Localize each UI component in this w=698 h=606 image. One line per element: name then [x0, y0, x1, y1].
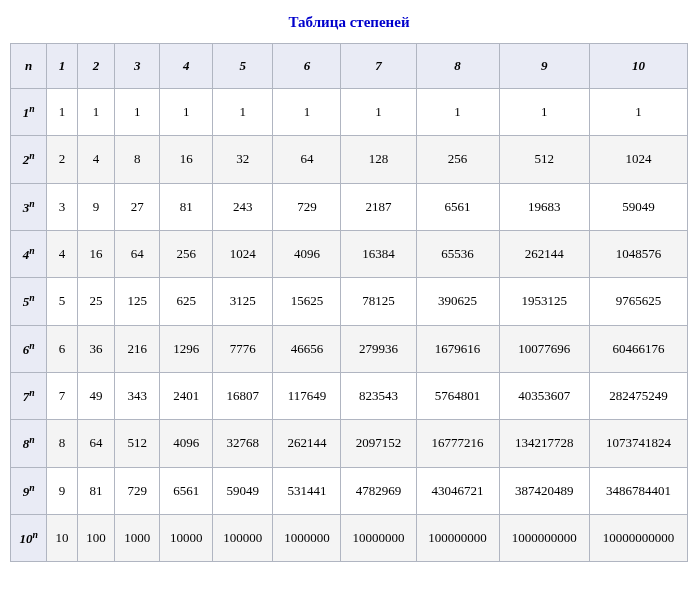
- table-row: 9n98172965615904953144147829694304672138…: [11, 467, 688, 514]
- cell-value: 279936: [341, 325, 416, 372]
- cell-value: 134217728: [499, 420, 589, 467]
- cell-value: 9765625: [589, 278, 687, 325]
- cell-value: 16777216: [416, 420, 499, 467]
- cell-value: 1073741824: [589, 420, 687, 467]
- cell-value: 60466176: [589, 325, 687, 372]
- cell-value: 729: [115, 467, 160, 514]
- cell-value: 3486784401: [589, 467, 687, 514]
- cell-value: 5: [47, 278, 77, 325]
- table-row: 4n41664256102440961638465536262144104857…: [11, 230, 688, 277]
- table-row: 10n1010010001000010000010000001000000010…: [11, 514, 688, 561]
- cell-value: 1: [341, 89, 416, 136]
- row-exponent: n: [29, 482, 34, 493]
- cell-value: 2097152: [341, 420, 416, 467]
- cell-value: 81: [160, 183, 213, 230]
- table-body: 1n11111111112n24816326412825651210243n39…: [11, 89, 688, 562]
- cell-value: 46656: [273, 325, 341, 372]
- cell-value: 16: [77, 230, 115, 277]
- cell-value: 1296: [160, 325, 213, 372]
- cell-value: 3: [47, 183, 77, 230]
- header-col: 7: [341, 44, 416, 89]
- cell-value: 8: [115, 136, 160, 183]
- row-header: 10n: [11, 514, 47, 561]
- cell-value: 78125: [341, 278, 416, 325]
- cell-value: 1048576: [589, 230, 687, 277]
- header-col: 5: [213, 44, 273, 89]
- cell-value: 1679616: [416, 325, 499, 372]
- cell-value: 6: [47, 325, 77, 372]
- row-header: 8n: [11, 420, 47, 467]
- cell-value: 216: [115, 325, 160, 372]
- cell-value: 262144: [273, 420, 341, 467]
- cell-value: 1: [416, 89, 499, 136]
- cell-value: 2401: [160, 372, 213, 419]
- cell-value: 128: [341, 136, 416, 183]
- cell-value: 1: [213, 89, 273, 136]
- row-base: 10: [20, 531, 33, 546]
- header-col: 8: [416, 44, 499, 89]
- cell-value: 100000: [213, 514, 273, 561]
- cell-value: 4: [77, 136, 115, 183]
- cell-value: 729: [273, 183, 341, 230]
- table-row: 7n74934324011680711764982354357648014035…: [11, 372, 688, 419]
- table-row: 6n63621612967776466562799361679616100776…: [11, 325, 688, 372]
- cell-value: 1024: [589, 136, 687, 183]
- header-col: 1: [47, 44, 77, 89]
- cell-value: 59049: [589, 183, 687, 230]
- row-exponent: n: [29, 340, 34, 351]
- row-header: 7n: [11, 372, 47, 419]
- cell-value: 10000: [160, 514, 213, 561]
- cell-value: 117649: [273, 372, 341, 419]
- cell-value: 4096: [273, 230, 341, 277]
- cell-value: 15625: [273, 278, 341, 325]
- cell-value: 531441: [273, 467, 341, 514]
- cell-value: 7776: [213, 325, 273, 372]
- cell-value: 6561: [416, 183, 499, 230]
- cell-value: 625: [160, 278, 213, 325]
- cell-value: 49: [77, 372, 115, 419]
- cell-value: 100: [77, 514, 115, 561]
- cell-value: 65536: [416, 230, 499, 277]
- row-header: 9n: [11, 467, 47, 514]
- table-row: 8n86451240963276826214420971521677721613…: [11, 420, 688, 467]
- row-header: 6n: [11, 325, 47, 372]
- cell-value: 1953125: [499, 278, 589, 325]
- header-exponent: n: [11, 44, 47, 89]
- powers-table: n 1 2 3 4 5 6 7 8 9 10 1n11111111112n248…: [10, 43, 688, 562]
- cell-value: 2187: [341, 183, 416, 230]
- cell-value: 16: [160, 136, 213, 183]
- cell-value: 59049: [213, 467, 273, 514]
- cell-value: 16384: [341, 230, 416, 277]
- cell-value: 2: [47, 136, 77, 183]
- header-col: 3: [115, 44, 160, 89]
- row-header: 3n: [11, 183, 47, 230]
- cell-value: 125: [115, 278, 160, 325]
- header-col: 4: [160, 44, 213, 89]
- cell-value: 3125: [213, 278, 273, 325]
- cell-value: 1: [273, 89, 341, 136]
- row-exponent: n: [29, 245, 34, 256]
- row-exponent: n: [29, 387, 34, 398]
- row-header: 4n: [11, 230, 47, 277]
- cell-value: 4: [47, 230, 77, 277]
- cell-value: 25: [77, 278, 115, 325]
- cell-value: 32768: [213, 420, 273, 467]
- table-row: 5n52512562531251562578125390625195312597…: [11, 278, 688, 325]
- cell-value: 1: [499, 89, 589, 136]
- cell-value: 36: [77, 325, 115, 372]
- header-col: 10: [589, 44, 687, 89]
- cell-value: 16807: [213, 372, 273, 419]
- cell-value: 9: [77, 183, 115, 230]
- cell-value: 43046721: [416, 467, 499, 514]
- header-col: 6: [273, 44, 341, 89]
- cell-value: 40353607: [499, 372, 589, 419]
- row-exponent: n: [29, 150, 34, 161]
- cell-value: 1: [115, 89, 160, 136]
- cell-value: 1000000000: [499, 514, 589, 561]
- page-title: Таблица степеней: [10, 14, 688, 31]
- row-exponent: n: [29, 292, 34, 303]
- cell-value: 1: [47, 89, 77, 136]
- cell-value: 256: [160, 230, 213, 277]
- cell-value: 387420489: [499, 467, 589, 514]
- cell-value: 81: [77, 467, 115, 514]
